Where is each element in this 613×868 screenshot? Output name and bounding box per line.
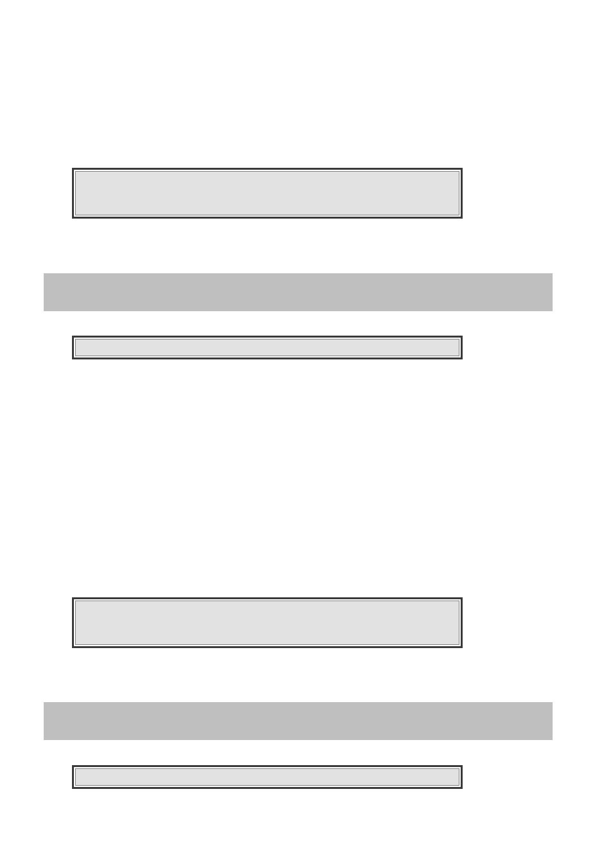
framed-box-3 [72,597,463,648]
flat-bar-2 [44,702,553,740]
flat-bar-1 [44,273,553,311]
page [0,0,613,868]
framed-box-1 [72,168,463,219]
framed-box-2 [72,336,463,359]
framed-box-4 [72,765,463,789]
